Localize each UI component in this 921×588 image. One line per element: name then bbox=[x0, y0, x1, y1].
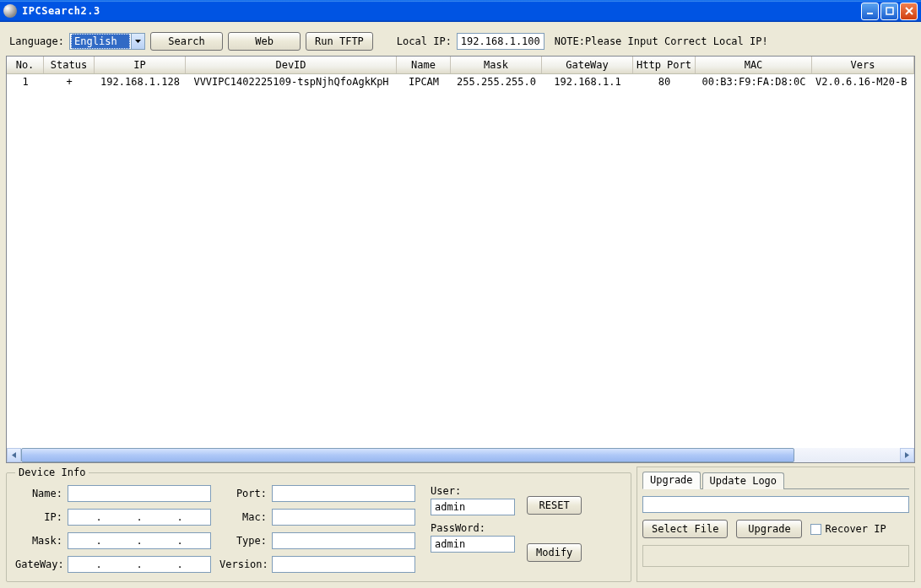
svg-rect-0 bbox=[867, 13, 873, 14]
title-bar: IPCSearch2.3 bbox=[0, 0, 921, 22]
minimize-button[interactable] bbox=[861, 3, 879, 20]
col-ip[interactable]: IP bbox=[95, 57, 186, 73]
version-label: Version: bbox=[219, 558, 267, 570]
cell-mask: 255.255.255.0 bbox=[451, 74, 542, 89]
port-input[interactable] bbox=[272, 485, 415, 502]
tab-upgrade[interactable]: Upgrade bbox=[642, 472, 701, 489]
search-button[interactable]: Search bbox=[150, 32, 223, 51]
grid-header: No. Status IP DevID Name Mask GateWay Ht… bbox=[7, 57, 914, 74]
user-input[interactable] bbox=[431, 499, 515, 515]
cell-no: 1 bbox=[7, 74, 44, 89]
cell-status: + bbox=[44, 74, 95, 89]
language-value: English bbox=[71, 34, 130, 49]
select-file-button[interactable]: Select File bbox=[642, 520, 728, 538]
col-name[interactable]: Name bbox=[397, 57, 451, 73]
cell-vers: V2.0.6.16-M20-B bbox=[812, 74, 914, 89]
upgrade-panel: Upgrade Update Logo Select File Upgrade … bbox=[637, 467, 915, 582]
scroll-right-icon[interactable] bbox=[900, 448, 914, 462]
language-select[interactable]: English bbox=[69, 33, 145, 50]
checkbox-icon bbox=[810, 524, 821, 535]
modify-button[interactable]: Modify bbox=[527, 543, 582, 562]
col-mac[interactable]: MAC bbox=[696, 57, 812, 73]
reset-button[interactable]: RESET bbox=[527, 496, 582, 515]
mac-label: Mac: bbox=[219, 511, 267, 523]
mask-input[interactable]: . . . bbox=[68, 532, 211, 549]
password-input[interactable] bbox=[431, 536, 515, 553]
col-devid[interactable]: DevID bbox=[186, 57, 397, 73]
gateway-input[interactable]: . . . bbox=[68, 556, 211, 573]
horizontal-scrollbar[interactable] bbox=[7, 448, 914, 462]
name-input[interactable] bbox=[68, 485, 211, 502]
password-label: PassWord: bbox=[431, 522, 485, 534]
recover-ip-label: Recover IP bbox=[825, 523, 886, 535]
close-button[interactable] bbox=[900, 3, 918, 20]
cell-devid: VVVIPC1402225109-tspNjhQfoAgkKpH bbox=[186, 74, 397, 89]
maximize-button[interactable] bbox=[880, 3, 898, 20]
type-label: Type: bbox=[219, 535, 267, 547]
language-label: Language: bbox=[9, 35, 64, 47]
type-input[interactable] bbox=[272, 532, 415, 549]
table-row[interactable]: 1 + 192.168.1.128 VVVIPC1402225109-tspNj… bbox=[7, 74, 914, 89]
device-info-legend: Device Info bbox=[15, 467, 89, 478]
mask-label: Mask: bbox=[15, 535, 62, 547]
col-mask[interactable]: Mask bbox=[451, 57, 542, 73]
dropdown-arrow-icon bbox=[131, 34, 144, 49]
scroll-thumb[interactable] bbox=[21, 448, 794, 462]
device-grid: No. Status IP DevID Name Mask GateWay Ht… bbox=[6, 56, 915, 463]
cell-gateway: 192.168.1.1 bbox=[542, 74, 633, 89]
svg-rect-1 bbox=[886, 8, 893, 14]
col-port[interactable]: Http Port bbox=[633, 57, 696, 73]
toolbar: Language: English Search Web Run TFTP Lo… bbox=[3, 25, 918, 56]
cell-mac: 00:B3:F9:FA:D8:0C bbox=[696, 74, 812, 89]
app-icon bbox=[3, 4, 17, 18]
version-input[interactable] bbox=[272, 556, 415, 573]
cell-name: IPCAM bbox=[397, 74, 451, 89]
run-tftp-button[interactable]: Run TFTP bbox=[306, 32, 373, 51]
upgrade-file-input[interactable] bbox=[642, 496, 909, 513]
local-ip-label: Local IP: bbox=[397, 35, 452, 47]
port-label: Port: bbox=[219, 488, 267, 499]
web-button[interactable]: Web bbox=[228, 32, 301, 51]
device-info-panel: Device Info Name: IP: . . . Mask: . . . … bbox=[6, 467, 631, 582]
note-text: NOTE:Please Input Correct Local IP! bbox=[555, 35, 768, 47]
cell-ip: 192.168.1.128 bbox=[95, 74, 186, 89]
local-ip-input[interactable] bbox=[457, 33, 544, 50]
name-label: Name: bbox=[15, 488, 62, 499]
window-title: IPCSearch2.3 bbox=[22, 5, 861, 17]
mac-input[interactable] bbox=[272, 509, 415, 526]
col-gateway[interactable]: GateWay bbox=[542, 57, 633, 73]
user-label: User: bbox=[431, 485, 485, 497]
ip-label: IP: bbox=[15, 511, 62, 523]
col-vers[interactable]: Vers bbox=[812, 57, 914, 73]
upgrade-status bbox=[642, 545, 909, 567]
col-no[interactable]: No. bbox=[7, 57, 44, 73]
scroll-left-icon[interactable] bbox=[7, 448, 21, 462]
cell-port: 80 bbox=[633, 74, 696, 89]
tab-update-logo[interactable]: Update Logo bbox=[702, 472, 784, 489]
ip-input[interactable]: . . . bbox=[68, 509, 211, 526]
recover-ip-checkbox[interactable]: Recover IP bbox=[810, 523, 886, 535]
upgrade-button[interactable]: Upgrade bbox=[736, 520, 802, 538]
gateway-label: GateWay: bbox=[15, 558, 62, 570]
col-status[interactable]: Status bbox=[44, 57, 95, 73]
